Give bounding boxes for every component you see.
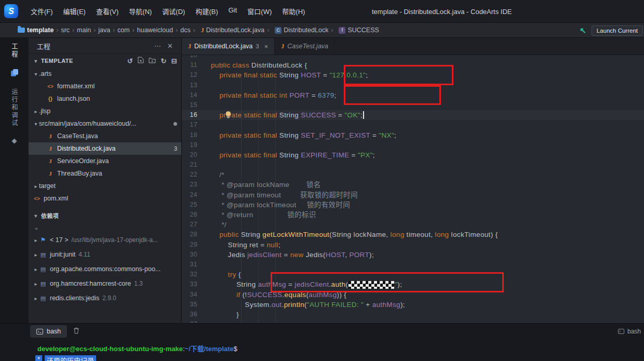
java-icon: J (281, 43, 284, 50)
line-number: 20 (182, 150, 211, 160)
breadcrumb-item[interactable]: template (27, 26, 53, 34)
more-icon[interactable]: ⋯ (151, 42, 164, 50)
code-text: } (211, 310, 239, 319)
menu-item[interactable]: 构建(B) (190, 4, 223, 18)
activity-item-project[interactable]: 工程 (10, 43, 19, 59)
panel-right-bash[interactable]: bash (618, 324, 641, 339)
dependency-item[interactable]: ▸▤junit:junit4.11 (29, 247, 181, 262)
lightbulb-icon[interactable] (224, 111, 232, 121)
menu-item[interactable]: 调试(D) (157, 4, 190, 18)
template-section-header[interactable]: ▾ TEMPLATE ↺ ↻ ⊟ (29, 54, 181, 68)
tree-item[interactable]: <>pom.xml (29, 192, 181, 205)
code-token: SUCCESS (247, 291, 283, 299)
terminal-prompt[interactable]: developer@ecs-cloud-host-ubuntu-img-make… (0, 339, 644, 353)
tree-item[interactable]: JServiceOrder.java (29, 155, 181, 167)
class-icon: C (275, 27, 281, 34)
breadcrumb-item[interactable]: huaweicloud (137, 26, 173, 34)
code-token: ; (360, 111, 363, 119)
menu-item[interactable]: Git (223, 4, 243, 18)
tab-label: DistributedLock.java (194, 43, 253, 50)
gem-icon[interactable]: ◆ (12, 137, 17, 144)
breadcrumb-item[interactable]: java (98, 26, 110, 34)
tree-item[interactable]: ▾.arts (29, 68, 181, 80)
code-token: "OK" (344, 111, 360, 119)
code-token: ; (366, 71, 368, 79)
bash-tab[interactable]: bash (30, 325, 67, 338)
menu-item[interactable]: 文件(F) (25, 4, 58, 18)
menu-item[interactable]: 窗口(W) (242, 4, 277, 18)
breadcrumb-item[interactable]: com (117, 26, 130, 34)
dependency-item[interactable]: ▸▤redis.clients:jedis2.9.0 (29, 291, 181, 305)
collapse-all-icon[interactable]: ⊟ (171, 57, 177, 65)
code-line: 33 String authMsg = jedisClient.auth("); (182, 279, 644, 289)
line-number: 31 (182, 260, 211, 270)
editor-tab[interactable]: JCaseTest.java (275, 38, 335, 55)
code-text: public class DistributedLock { (211, 60, 307, 70)
code-editor[interactable]: 1011public class DistributedLock {12 pri… (182, 55, 644, 323)
new-folder-icon[interactable] (149, 57, 156, 65)
editor-tab[interactable]: JDistributedLock.java3× (182, 38, 275, 55)
line-number: 11 (182, 60, 211, 70)
files-icon[interactable] (10, 68, 19, 79)
dependencies-section-header[interactable]: ▾ 依赖项 (29, 209, 181, 222)
dependency-item[interactable]: ▸▤org.apache.commons:commons-poo... (29, 262, 181, 276)
dependency-item[interactable]: ▸⚑< 17 >/usr/lib/jvm/java-17-openjdk-a..… (29, 233, 181, 247)
code-token: ; (278, 241, 280, 249)
menu-item[interactable]: 帮助(H) (277, 4, 310, 18)
lib-icon: ▤ (39, 295, 47, 302)
lib-icon: ▤ (39, 280, 47, 287)
code-line: 32 try { (182, 270, 644, 279)
menu-item[interactable]: 查看(V) (91, 4, 124, 18)
code-text: * @param lockTimeout 锁的有效时间 (211, 200, 350, 210)
breadcrumb-item[interactable]: DistributedLock (284, 26, 328, 34)
breadcrumb-item[interactable]: dcs (180, 26, 190, 34)
dependency-item[interactable]: ▸▤org.hamcrest:hamcrest-core1.3 (29, 276, 181, 291)
selection-asterisk: * (35, 355, 42, 361)
close-icon[interactable]: ✕ (164, 42, 176, 50)
tree-item[interactable]: <>formatter.xml (29, 80, 181, 92)
window-title: template - DistributedLock.java - CodeAr… (372, 0, 512, 23)
field-icon: f (339, 27, 345, 34)
code-text: private static final String EXPIRE_TIME … (211, 150, 375, 160)
code-token: long (391, 231, 405, 238)
tree-item[interactable]: JThreadBuy.java (29, 167, 181, 180)
code-token: ); (400, 301, 405, 309)
codearts-ide-window: S 文件(F)编辑(E)查看(V)导航(N)调试(D)构建(B)Git窗口(W)… (0, 0, 644, 361)
tree-item[interactable]: JCaseTest.java (29, 130, 181, 142)
sync-icon[interactable]: ↺ (127, 57, 133, 65)
code-line: 22 /* (182, 170, 644, 180)
breadcrumb-item[interactable]: main (77, 26, 91, 34)
code-line: 10 (182, 55, 644, 60)
code-token: */ (211, 221, 226, 229)
code-text: private static final String SET_IF_NOT_E… (211, 130, 396, 140)
code-text: /* (211, 170, 224, 180)
breadcrumb-item[interactable]: src (61, 26, 70, 34)
dep-filter-icon[interactable]: ÷ (29, 222, 181, 233)
line-number: 25 (182, 200, 211, 210)
back-arrow-icon[interactable]: ↖ (580, 26, 586, 35)
breadcrumb-separator-icon: › (331, 26, 333, 34)
code-line: 28 public String getLockWithTimeout(Stri… (182, 230, 644, 239)
code-text: */ (211, 220, 226, 230)
launch-current-button[interactable]: Launch Current (592, 25, 643, 36)
activity-item-run-debug[interactable]: 运行和调试 (10, 88, 19, 127)
code-token: = (370, 131, 379, 139)
menu-item[interactable]: 编辑(E) (58, 4, 91, 18)
breadcrumb-item[interactable]: DistributedLock.java (206, 26, 265, 34)
refresh-icon[interactable]: ↻ (160, 57, 166, 65)
code-token: if (236, 291, 240, 299)
line-number: 36 (182, 310, 211, 319)
tree-item[interactable]: ▸target (29, 180, 181, 192)
close-icon[interactable]: × (264, 43, 269, 50)
code-token: long (435, 231, 449, 238)
menu-item[interactable]: 导航(N) (124, 4, 157, 18)
tree-item[interactable]: ▸.jlsp (29, 105, 181, 117)
breadcrumb-item[interactable]: SUCCESS (347, 26, 379, 34)
trash-icon[interactable] (73, 327, 79, 336)
tree-item[interactable]: ▾src/main/java/com/huaweicloud/... (29, 117, 181, 130)
tree-item[interactable]: {}launch.json (29, 92, 181, 105)
tree-item[interactable]: JDistributedLock.java3 (29, 142, 181, 155)
new-file-icon[interactable] (138, 57, 144, 65)
line-number: 33 (182, 279, 211, 289)
code-token: DistributedLock { (251, 61, 307, 69)
